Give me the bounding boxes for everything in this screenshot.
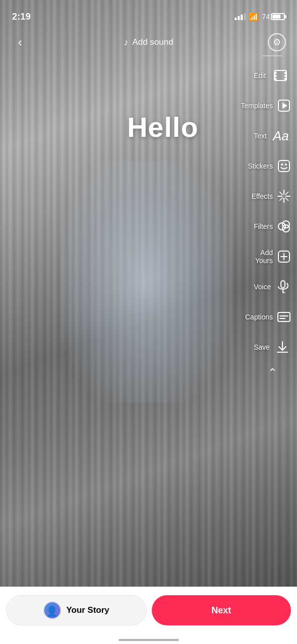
toolbar-item-effects[interactable]: Effects [252, 181, 293, 211]
svg-rect-29 [278, 312, 290, 321]
svg-rect-6 [284, 78, 286, 80]
filters-icon [277, 219, 291, 233]
toolbar-item-add-yours[interactable]: Add Yours [252, 242, 293, 272]
save-icon-box [274, 336, 291, 358]
stickers-icon-box [277, 155, 291, 177]
stickers-icon [277, 159, 291, 173]
toolbar-add-yours-label: Add Yours [254, 249, 273, 265]
toolbar-item-templates[interactable]: Templates [252, 91, 293, 121]
text-aa-icon: Aa [273, 128, 289, 144]
battery-container: 74 [262, 13, 285, 21]
templates-icon [277, 99, 291, 113]
back-button[interactable]: ‹ [10, 32, 30, 52]
svg-line-16 [280, 192, 283, 195]
toolbar-voice-label: Voice [254, 283, 271, 291]
svg-point-10 [281, 164, 283, 166]
effects-icon-box [277, 185, 291, 207]
voice-icon [276, 280, 290, 294]
svg-line-18 [285, 192, 288, 195]
toolbar-item-voice[interactable]: Voice [252, 272, 293, 302]
save-download-icon [275, 340, 289, 354]
captions-icon [277, 310, 291, 324]
add-sound-label: Add sound [132, 37, 173, 47]
wifi-icon: 📶 [249, 12, 259, 22]
battery-icon [271, 13, 285, 20]
toolbar-captions-label: Captions [245, 313, 273, 321]
toolbar-divider [262, 55, 282, 56]
back-chevron-icon: ‹ [18, 35, 22, 49]
toolbar-collapse-button[interactable]: ⌃ [252, 362, 293, 383]
toolbar-text-label: Text [254, 132, 267, 140]
voice-icon-box [275, 276, 291, 298]
toolbar-templates-label: Templates [241, 102, 273, 110]
canvas-hello-text: Hello [127, 111, 199, 143]
toolbar-item-edit[interactable]: Edit [252, 60, 293, 91]
add-yours-icon [277, 250, 291, 264]
status-icons: 📶 74 [235, 12, 285, 22]
toolbar-item-save[interactable]: Save [252, 332, 293, 362]
svg-rect-9 [278, 160, 289, 172]
toolbar-item-captions[interactable]: Captions [252, 302, 293, 332]
next-label: Next [212, 605, 231, 616]
right-toolbar: Edit Templates Text Aa [252, 55, 297, 383]
settings-button[interactable]: ⚙ [267, 32, 287, 52]
toolbar-item-stickers[interactable]: Stickers [252, 151, 293, 181]
toolbar-item-text[interactable]: Text Aa [252, 121, 293, 151]
battery-percent: 74 [262, 13, 270, 21]
toolbar-save-label: Save [254, 343, 270, 351]
chevron-up-icon: ⌃ [268, 366, 277, 379]
filters-icon-box [277, 215, 291, 237]
window-light [60, 161, 231, 403]
svg-marker-8 [282, 103, 287, 109]
your-story-label: Your Story [66, 605, 110, 615]
svg-point-11 [285, 164, 287, 166]
svg-rect-3 [274, 78, 276, 80]
svg-line-19 [280, 198, 283, 201]
edit-film-icon [273, 68, 287, 83]
avatar-emoji: 👤 [46, 605, 58, 617]
svg-point-20 [278, 223, 285, 230]
svg-rect-26 [281, 281, 285, 288]
music-note-icon: ♪ [124, 37, 128, 48]
edit-icon-box [270, 64, 291, 87]
your-story-button[interactable]: 👤 Your Story [6, 595, 147, 625]
avatar: 👤 [43, 601, 61, 619]
captions-icon-box [277, 306, 291, 328]
svg-line-17 [285, 198, 288, 201]
svg-rect-4 [284, 72, 286, 74]
toolbar-effects-label: Effects [251, 192, 273, 200]
svg-rect-1 [274, 72, 276, 74]
toolbar-stickers-label: Stickers [248, 162, 273, 170]
svg-rect-5 [284, 75, 286, 77]
status-time: 2:19 [12, 12, 31, 22]
signal-bars-icon [235, 13, 246, 20]
next-button[interactable]: Next [152, 595, 291, 625]
home-indicator [119, 639, 179, 641]
toolbar-edit-label: Edit [254, 71, 266, 79]
add-yours-icon-box [277, 246, 291, 268]
settings-circle: ⚙ [268, 33, 286, 51]
svg-rect-2 [274, 75, 276, 77]
add-sound-button[interactable]: ♪ Add sound [124, 37, 173, 48]
templates-icon-box [277, 95, 291, 117]
toolbar-filters-label: Filters [254, 222, 273, 230]
text-icon-box: Aa [271, 125, 291, 147]
gear-icon: ⚙ [273, 37, 281, 48]
top-bar: ‹ ♪ Add sound ⚙ [0, 27, 297, 57]
status-bar: 2:19 📶 74 [0, 0, 297, 27]
effects-sparkle-icon [277, 189, 291, 203]
bottom-bar: 👤 Your Story Next [0, 587, 297, 644]
toolbar-item-filters[interactable]: Filters [252, 211, 293, 242]
